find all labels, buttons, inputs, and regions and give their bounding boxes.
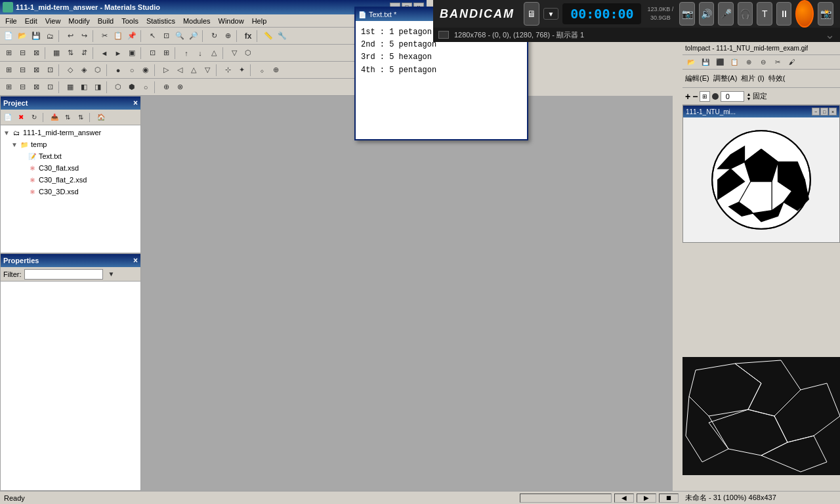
menu-window[interactable]: Window [215,16,248,26]
tb4-7[interactable]: ◨ [91,81,104,94]
undo-btn[interactable]: ↩ [64,30,77,43]
proj-refresh-btn[interactable]: ↻ [28,112,40,123]
tb3-10[interactable]: ◉ [139,64,152,77]
tb3-17[interactable]: ⬦ [255,64,268,77]
bdc-dropdown[interactable]: ▼ [543,8,559,20]
status-btn2[interactable]: ▶ [637,494,656,503]
tb4-1[interactable]: ⊞ [2,81,15,94]
tb4-11[interactable]: ⊕ [159,81,173,94]
zoom-center-dot[interactable] [712,93,719,100]
tb2-12[interactable]: ↑ [180,47,193,60]
zoom-in-btn[interactable]: 🔎 [187,30,200,43]
tree-node-c30flat[interactable]: ⚛ C30_flat.xsd [2,162,139,174]
tb3-12[interactable]: ◁ [173,64,186,77]
measure-btn[interactable]: 📏 [262,30,275,43]
tb2-15[interactable]: ▽ [228,47,241,60]
tb3-9[interactable]: ○ [125,64,138,77]
tb2-10[interactable]: ⊡ [146,47,159,60]
menu-statistics[interactable]: Statistics [142,16,179,26]
tb3-4[interactable]: ⊡ [43,64,56,77]
rp-tb8[interactable]: 🖌 [786,56,798,68]
root-expand[interactable]: ▼ [3,129,11,136]
tb3-14[interactable]: ▽ [201,64,214,77]
copy-btn[interactable]: 📋 [112,30,125,43]
tb3-7[interactable]: ⬡ [91,64,104,77]
tree-node-temp[interactable]: ▼ 📁 temp [2,138,139,150]
tb4-2[interactable]: ⊟ [16,81,29,94]
img-win-maximize[interactable]: □ [820,108,828,116]
rp-menu-adjust[interactable]: 調整(A) [713,74,738,83]
tb2-3[interactable]: ⊠ [30,47,43,60]
tree-root[interactable]: ▼ 🗂 111-1_mid-term_answer [2,127,139,138]
tb3-6[interactable]: ◈ [77,64,91,77]
rp-tb5[interactable]: ⊕ [743,56,755,68]
rp-tb6[interactable]: ⊖ [757,56,769,68]
tb4-8[interactable]: ⬡ [112,81,125,94]
menu-help[interactable]: Help [248,16,271,26]
proj-new-btn[interactable]: 📄 [2,112,14,123]
tb2-7[interactable]: ◄ [98,47,111,60]
arrow-btn[interactable]: ↖ [146,30,159,43]
select-btn[interactable]: ⊡ [159,30,173,43]
tree-node-c30-3d[interactable]: ⚛ C30_3D.xsd [2,186,139,198]
project-panel-close[interactable]: × [133,98,138,108]
tree-node-text[interactable]: 📝 Text.txt [2,150,139,162]
tb3-18[interactable]: ⊕ [269,64,282,77]
open-btn[interactable]: 📂 [16,30,29,43]
menu-build[interactable]: Build [94,16,117,26]
proj-sort2-btn[interactable]: ⇅ [75,112,87,123]
tools-btn2[interactable]: 🔧 [276,30,289,43]
cut-btn[interactable]: ✂ [98,30,111,43]
bdc-display-btn[interactable]: 🖥 [524,2,539,26]
tb2-6[interactable]: ⇵ [77,47,91,60]
img-win-minimize[interactable]: − [812,108,820,116]
tb2-13[interactable]: ↓ [194,47,207,60]
tb3-3[interactable]: ⊠ [30,64,43,77]
menu-edit[interactable]: Edit [21,16,41,26]
redo-btn[interactable]: ↪ [77,30,91,43]
zoom-stepper-up[interactable]: ▲ ▼ [746,92,751,101]
menu-modify[interactable]: Modify [64,16,93,26]
tb3-16[interactable]: ✦ [235,64,248,77]
translate-btn[interactable]: ⊕ [221,30,234,43]
tb2-1[interactable]: ⊞ [2,47,15,60]
bdc-record-btn[interactable] [795,0,814,28]
status-btn3[interactable]: ⏹ [659,494,679,503]
tb4-10[interactable]: ○ [139,81,152,94]
tb4-5[interactable]: ▦ [64,81,77,94]
tb2-11[interactable]: ⊞ [159,47,173,60]
properties-panel-close[interactable]: × [133,256,138,265]
tb4-6[interactable]: ◧ [77,81,91,94]
tb4-9[interactable]: ⬢ [125,81,138,94]
proj-delete-btn[interactable]: ✖ [15,112,27,123]
save-btn[interactable]: 💾 [30,30,43,43]
filter-input[interactable] [24,269,103,280]
bdc-collapse-btn[interactable]: ⌄ [825,28,835,42]
zoom-btn[interactable]: 🔍 [173,30,186,43]
zoom-fit-icon[interactable]: ⊞ [700,91,710,102]
rp-tb3[interactable]: ⬛ [714,56,726,68]
tb4-4[interactable]: ⊡ [43,81,56,94]
tb2-4[interactable]: ▦ [50,47,63,60]
save-all-btn[interactable]: 🗂 [43,30,56,43]
menu-tools[interactable]: Tools [117,16,142,26]
new-btn[interactable]: 📄 [2,30,15,43]
menu-modules[interactable]: Modules [179,16,215,26]
bdc-screenshot-btn[interactable]: 📸 [818,2,833,26]
rp-tb1[interactable]: 📂 [685,56,697,68]
tb2-14[interactable]: △ [207,47,220,60]
tb3-1[interactable]: ⊞ [2,64,15,77]
zoom-minus[interactable]: − [692,91,698,102]
tb2-9[interactable]: ▣ [125,47,138,60]
rp-tb4[interactable]: 📋 [728,56,740,68]
tb4-12[interactable]: ⊗ [173,81,186,94]
bdc-mic-btn[interactable]: 🎤 [718,2,734,26]
rp-tb2[interactable]: 💾 [700,56,711,68]
tb4-3[interactable]: ⊠ [30,81,43,94]
tree-node-c30flat2[interactable]: ⚛ C30_flat_2.xsd [2,174,139,186]
bdc-pause-btn[interactable]: ⏸ [776,2,792,26]
proj-sort-btn[interactable]: ⇅ [62,112,74,123]
bdc-headphone-btn[interactable]: 🎧 [738,2,753,26]
menu-file[interactable]: File [1,16,21,26]
rp-menu-photo[interactable]: 相片 (I) [741,74,764,83]
